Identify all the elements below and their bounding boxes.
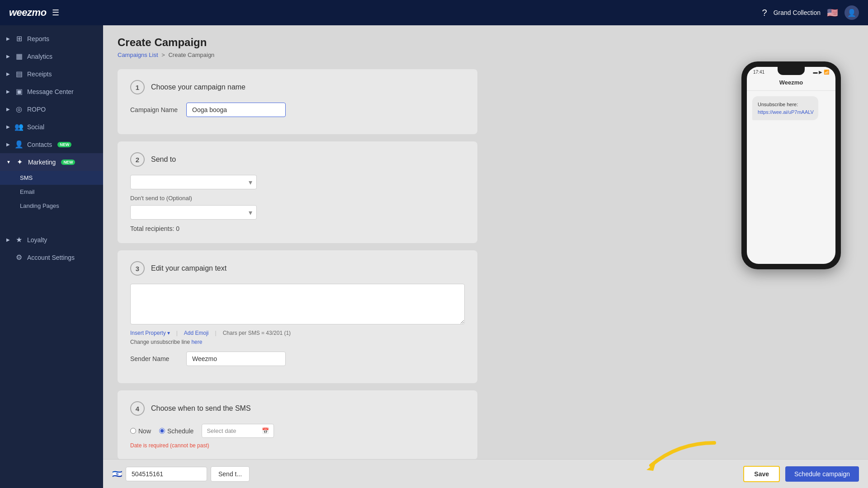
step-4-number: 4 [130,401,145,416]
radio-schedule-label: Schedule [167,427,193,435]
chars-info: Chars per SMS = 43/201 (1) [223,330,291,336]
social-icon: 👥 [14,122,24,131]
sidebar-label-message-center: Message Center [27,88,74,95]
marketing-icon: ✦ [15,158,24,166]
chevron-icon: ▶ [6,237,10,242]
sidebar-item-ropo[interactable]: ▶ ◎ ROPO [0,100,103,118]
contacts-new-badge: NEW [57,142,71,147]
calendar-icon: 📅 [262,427,269,434]
save-button[interactable]: Save [743,466,780,482]
step-1-title: Choose your campaign name [151,83,245,91]
date-picker[interactable]: Select date 📅 [202,424,274,438]
dont-send-select[interactable] [130,205,257,220]
sidebar-item-contacts[interactable]: ▶ 👤 Contacts NEW [0,136,103,153]
account-settings-icon: ⚙ [14,253,24,262]
chevron-icon: ▶ [6,54,10,59]
radio-now-label: Now [138,427,151,435]
ropo-icon: ◎ [14,105,24,113]
change-unsub-link[interactable]: here [191,339,202,345]
sidebar-sub-item-sms[interactable]: SMS [0,171,103,185]
chevron-icon: ▶ [6,142,10,147]
phone-flag-icon: 🇮🇱 [112,469,122,479]
phone-app-name: Weezmo [747,75,835,91]
step-1-number: 1 [130,80,145,94]
menu-toggle-icon[interactable]: ☰ [52,8,59,18]
receipts-icon: ▤ [14,70,24,78]
sidebar-item-reports[interactable]: ▶ ⊞ Reports [0,30,103,47]
avatar-icon: 👤 [847,9,856,17]
sidebar-item-message-center[interactable]: ▶ ▣ Message Center [0,83,103,100]
reports-icon: ⊞ [14,34,24,43]
step-3-number: 3 [130,261,145,276]
radio-schedule-input[interactable] [159,428,165,434]
top-navigation: weezmo ☰ ? Grand Collection 🇺🇸 👤 [0,0,868,25]
radio-now-input[interactable] [130,428,136,434]
sidebar-item-receipts[interactable]: ▶ ▤ Receipts [0,65,103,83]
sidebar-item-loyalty[interactable]: ▶ ★ Loyalty [0,231,103,249]
help-icon[interactable]: ? [762,8,767,18]
add-emoji-btn[interactable]: Add Emoji [184,330,209,336]
breadcrumb-separator: > [161,52,165,58]
step-2-title: Send to [151,155,176,164]
send-test-button[interactable]: Send t... [211,466,250,482]
sender-name-input[interactable] [186,352,286,366]
breadcrumb-current: Create Campaign [168,52,214,58]
phone-time: 17:41 [753,70,764,75]
step-4-title: Choose when to send the SMS [151,404,251,413]
chevron-icon: ▶ [6,36,10,41]
sidebar-sub-label-email: Email [20,188,35,195]
dont-send-label: Don't send to (Optional) [130,195,465,202]
sidebar-label-reports: Reports [27,35,49,42]
app-logo: weezmo [9,7,47,19]
date-placeholder: Select date [207,427,236,434]
unsubscribe-link: https://wee.ai/uP7mAALV [758,109,814,115]
store-name[interactable]: Grand Collection [774,9,821,16]
text-options: Insert Property ▾ | Add Emoji | Chars pe… [130,330,465,336]
contacts-icon: 👤 [14,140,24,149]
campaign-name-input[interactable] [186,103,286,117]
sidebar-item-social[interactable]: ▶ 👥 Social [0,118,103,136]
sidebar-sub-item-email[interactable]: Email [0,185,103,199]
insert-property-btn[interactable]: Insert Property ▾ [130,330,170,336]
step-2-section: 2 Send to Don't send to (Optional) [118,141,477,243]
phone-content: Unsubscribe here: https://wee.ai/uP7mAAL… [747,91,835,126]
breadcrumb-parent[interactable]: Campaigns List [118,52,158,58]
sidebar-item-analytics[interactable]: ▶ ▦ Analytics [0,47,103,65]
sidebar-label-loyalty: Loyalty [27,236,47,244]
save-button-wrapper: Save [743,466,780,482]
send-to-select[interactable] [130,175,257,189]
date-error: Date is required (cannot be past) [130,442,465,449]
phone-icons: ▬ ▶ 📶 [813,70,829,75]
flag-icon: 🇺🇸 [827,7,838,18]
chevron-icon: ▶ [6,89,10,94]
phone-number-input[interactable] [126,467,207,481]
sidebar-label-analytics: Analytics [27,53,52,60]
step-4-section: 4 Choose when to send the SMS Now Schedu… [118,390,477,460]
chevron-down-icon: ▾ [167,330,170,336]
bottom-action-bar: 🇮🇱 Send t... Save Schedule campaign [103,459,868,488]
radio-now[interactable]: Now [130,427,151,435]
step-3-section: 3 Edit your campaign text Insert Propert… [118,250,477,383]
loyalty-icon: ★ [14,235,24,244]
phone-preview-area: 17:41 ▬ ▶ 📶 Weezmo Unsubscribe here: htt… [741,61,841,269]
step-3-title: Edit your campaign text [151,264,226,272]
total-recipients: Total recipients: 0 [130,225,465,232]
sidebar-sub-label-sms: SMS [20,174,33,181]
breadcrumb: Campaigns List > Create Campaign [118,52,477,58]
phone-screen: 17:41 ▬ ▶ 📶 Weezmo Unsubscribe here: htt… [747,67,835,264]
sidebar-item-account-settings[interactable]: ▶ ⚙ Account Settings [0,249,103,266]
arrow-annotation [642,438,723,474]
schedule-campaign-button[interactable]: Schedule campaign [785,466,859,482]
sidebar-label-marketing: Marketing [28,159,56,166]
sidebar-sub-item-landing-pages[interactable]: Landing Pages [0,199,103,213]
radio-schedule[interactable]: Schedule [159,427,193,435]
yellow-arrow-svg [642,438,723,474]
phone-notch [778,67,805,75]
campaign-text-area[interactable] [130,284,465,324]
chevron-icon: ▶ [6,71,10,76]
user-avatar[interactable]: 👤 [844,5,859,20]
analytics-icon: ▦ [14,52,24,61]
campaign-name-label: Campaign Name [130,106,180,113]
sidebar-label-receipts: Receipts [27,70,52,78]
sidebar-item-marketing[interactable]: ▼ ✦ Marketing NEW [0,153,103,171]
